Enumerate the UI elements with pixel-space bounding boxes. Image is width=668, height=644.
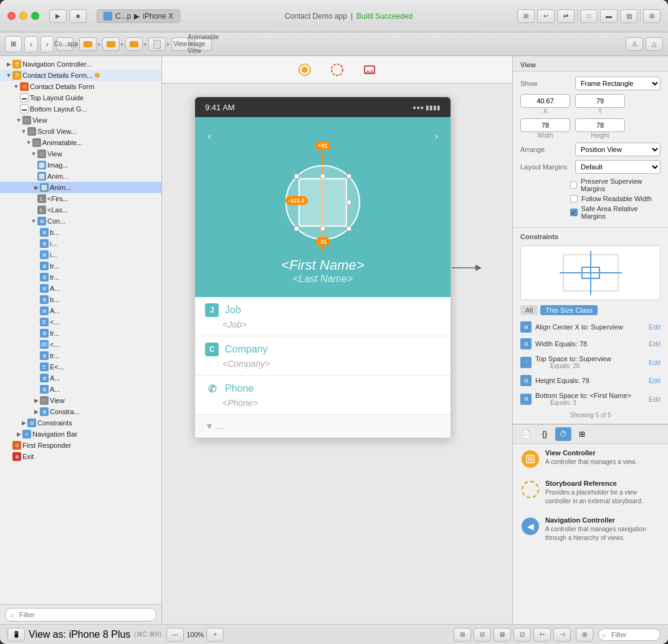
zoom-in-btn[interactable]: +: [206, 628, 224, 642]
y-input[interactable]: [575, 94, 625, 108]
navigator-toggle[interactable]: ⊞: [517, 9, 535, 23]
bottom-filter-input[interactable]: [598, 628, 661, 641]
sidebar-item-scroll-view[interactable]: ▼ □ Scroll View...: [0, 126, 161, 137]
image-view-btn[interactable]: [360, 60, 379, 80]
constraints-tab-all[interactable]: All: [520, 305, 538, 315]
bottom-icon-2[interactable]: ⊟: [474, 628, 491, 642]
scheme-tab[interactable]: C...p ▶ iPhone X: [97, 9, 180, 23]
bottom-icon-4[interactable]: ⊡: [513, 628, 531, 642]
sidebar-item-exit[interactable]: ⊗ Exit: [0, 451, 161, 462]
minimize-button[interactable]: [19, 12, 27, 20]
disclosure-scroll-view[interactable]: ▼: [20, 128, 27, 135]
sidebar-item-anim2[interactable]: ▶ ⬜ Anim...: [0, 182, 161, 193]
disclosure-view-inner[interactable]: ▼: [30, 150, 37, 158]
sidebar-item-first[interactable]: L <Firs...: [0, 193, 161, 204]
disclosure-constraints2[interactable]: ▶: [20, 419, 27, 427]
safe-area-checkbox[interactable]: ✓: [570, 209, 578, 216]
sidebar-item-view-inner[interactable]: ▼ □ View: [0, 148, 161, 159]
breadcrumb-folder3[interactable]: [125, 37, 143, 51]
handle-br[interactable]: [346, 226, 351, 231]
close-button[interactable]: [7, 12, 16, 20]
height-edit[interactable]: Edit: [649, 377, 661, 384]
handle-bc[interactable]: [320, 226, 325, 231]
sidebar-item-imag[interactable]: ⬜ Imag...: [0, 159, 161, 171]
disclosure-nav-bar[interactable]: ▶: [15, 430, 22, 438]
disclosure-con[interactable]: ▼: [30, 217, 37, 225]
constraints-tab-size-class[interactable]: This Size Class: [540, 305, 598, 315]
nav-back-arrow[interactable]: ‹: [208, 130, 211, 143]
obj-tab-grid[interactable]: ⊞: [574, 427, 590, 441]
fullscreen-button[interactable]: [31, 12, 39, 20]
sidebar-item-e2[interactable]: E E<...: [0, 361, 161, 372]
disclosure-animatable[interactable]: ▼: [25, 139, 32, 146]
breadcrumb-animatable[interactable]: Animatable Image View: [194, 37, 212, 51]
scheme-stop-button[interactable]: ■: [69, 9, 87, 23]
breadcrumb-folder1[interactable]: [79, 37, 97, 51]
sidebar-item-constraints1[interactable]: ▶ ⊞ Constra...: [0, 406, 161, 417]
handle-mr[interactable]: [346, 200, 351, 205]
sidebar-item-e1[interactable]: E <...: [0, 316, 161, 328]
handle-tl[interactable]: [294, 174, 299, 179]
nav-forward-arrow[interactable]: ›: [434, 130, 438, 143]
sidebar-item-de1[interactable]: dE <...: [0, 339, 161, 350]
width-edit[interactable]: Edit: [649, 340, 661, 348]
disclosure-contact-form[interactable]: ▼: [12, 83, 20, 90]
bottom-grid-btn[interactable]: ⊞: [576, 628, 593, 642]
bottom-space-edit[interactable]: Edit: [649, 395, 661, 403]
version-editor-btn[interactable]: ▤: [620, 9, 637, 23]
x-input[interactable]: [520, 94, 570, 108]
sidebar-item-a1[interactable]: ⊞ A...: [0, 283, 161, 294]
sidebar-item-view[interactable]: ▼ □ View: [0, 115, 161, 126]
breadcrumb-folder2[interactable]: [102, 37, 120, 51]
sidebar-item-tr4[interactable]: ⊞ tr...: [0, 350, 161, 361]
sidebar-item-top-layout[interactable]: ▬ Top Layout Guide: [0, 92, 161, 103]
top-space-edit[interactable]: Edit: [649, 359, 661, 366]
object-btn[interactable]: [295, 60, 315, 80]
sidebar-item-i2[interactable]: ⊞ i...: [0, 249, 161, 260]
standard-editor-btn[interactable]: □: [580, 9, 598, 23]
height-input[interactable]: [575, 118, 625, 132]
follow-readable-checkbox[interactable]: [570, 195, 578, 202]
handle-tr[interactable]: [346, 174, 351, 179]
sidebar-item-contact-form[interactable]: ▼ ⊙ Contact Details Form: [0, 81, 161, 92]
zoom-out-btn[interactable]: —: [166, 628, 184, 642]
sidebar-item-view3[interactable]: ▶ □ View: [0, 395, 161, 406]
sidebar-item-tr2[interactable]: ⊞ tr...: [0, 272, 161, 283]
triangle-icon[interactable]: △: [646, 37, 663, 51]
disclosure-view3[interactable]: ▶: [32, 397, 40, 404]
scheme-run-button[interactable]: ▶: [49, 9, 67, 23]
navigator-toggle-btn[interactable]: ⊞: [5, 36, 22, 52]
breadcrumb-app[interactable]: Co...app: [56, 37, 74, 51]
handle-tc[interactable]: [320, 174, 325, 179]
sidebar-filter-input[interactable]: [5, 608, 156, 622]
sidebar-item-a2[interactable]: ⊞ A...: [0, 305, 161, 316]
bottom-icon-6[interactable]: ⊣: [553, 628, 571, 642]
breadcrumb-file[interactable]: [148, 37, 166, 51]
sidebar-item-less1[interactable]: ⊞ tr...: [0, 328, 161, 339]
preserve-superview-checkbox[interactable]: [570, 181, 577, 189]
sidebar-item-constraints2[interactable]: ▶ ⊞ Constraints: [0, 417, 161, 429]
arrange-select[interactable]: Position View: [575, 143, 661, 156]
width-input[interactable]: [520, 118, 570, 132]
breadcrumb-view[interactable]: View: [171, 37, 189, 51]
version-btn[interactable]: ⇄: [557, 9, 575, 23]
storyboard-ref-btn[interactable]: [327, 60, 347, 80]
disclosure-view[interactable]: ▼: [15, 116, 22, 124]
sidebar-item-bottom-layout[interactable]: ▬ Bottom Layout G...: [0, 103, 161, 115]
back-btn[interactable]: ‹: [24, 36, 38, 52]
disclosure-constraints1[interactable]: ▶: [32, 408, 40, 415]
sidebar-item-a4[interactable]: ⊞ A...: [0, 384, 161, 395]
inspectors-btn[interactable]: ⊞: [643, 9, 661, 23]
assistant-editor-btn[interactable]: ▬: [600, 9, 618, 23]
sidebar-item-animatable[interactable]: ▼ □ Animatable...: [0, 137, 161, 148]
sidebar-item-i1[interactable]: ⊞ i...: [0, 238, 161, 249]
sidebar-item-nav-controller[interactable]: ▶ ☰ Navigation Controller...: [0, 59, 161, 70]
sidebar-item-anim[interactable]: ⬜ Anim...: [0, 171, 161, 182]
handle-bl[interactable]: [294, 226, 299, 231]
bottom-icon-3[interactable]: ⊠: [494, 628, 511, 642]
sidebar-item-b1[interactable]: ⊞ b...: [0, 227, 161, 238]
sidebar-item-last[interactable]: L <Las...: [0, 204, 161, 215]
sidebar-item-a3[interactable]: ⊞ A...: [0, 372, 161, 384]
layout-margins-select[interactable]: Default: [575, 160, 661, 174]
show-select[interactable]: Frame Rectangle: [575, 77, 661, 90]
